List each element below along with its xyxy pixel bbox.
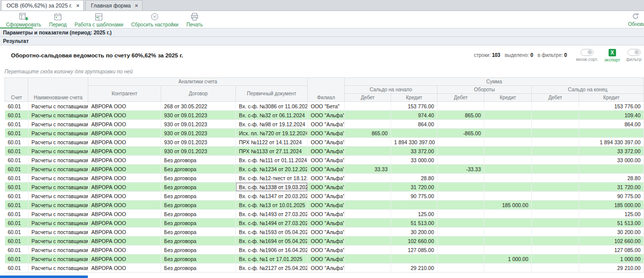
table-cell[interactable]: ПРХ №1122 от 14.11.2024 xyxy=(236,138,308,147)
table-cell[interactable]: 865.00 xyxy=(345,129,391,138)
table-cell[interactable]: Без договора xyxy=(161,210,236,219)
table-cell[interactable]: Вх. с-ф. №1694 от 05.04.2024 xyxy=(236,237,308,246)
table-cell[interactable]: 51 513.00 xyxy=(579,219,644,228)
table-cell[interactable] xyxy=(345,255,391,264)
table-cell[interactable] xyxy=(345,192,391,201)
table-cell[interactable]: Без договора xyxy=(161,174,236,183)
table-cell[interactable]: 60.01 xyxy=(5,228,28,237)
table-cell[interactable]: Вх. с-ф. №111 от 01.11.2024 xyxy=(236,156,308,165)
table-cell[interactable] xyxy=(484,111,532,120)
table-cell[interactable]: Расчеты с поставщикам... xyxy=(28,228,88,237)
table-row[interactable]: 60.01Расчеты с поставщикам...АВРОРА ОООБ… xyxy=(5,255,644,264)
table-cell[interactable] xyxy=(532,255,579,264)
table-cell[interactable]: 31 720.00 xyxy=(579,183,644,192)
table-cell[interactable] xyxy=(484,192,532,201)
table-cell[interactable]: 60.01 xyxy=(5,174,28,183)
table-cell[interactable]: Расчеты с поставщикам... xyxy=(28,201,88,210)
table-cell[interactable]: Расчеты с поставщикам... xyxy=(28,210,88,219)
table-cell[interactable]: Расчеты с поставщикам... xyxy=(28,129,88,138)
table-cell[interactable]: 865.00 xyxy=(437,111,484,120)
table-cell[interactable]: ООО "Альфа" xyxy=(308,201,345,210)
table-cell[interactable]: ООО "Альфа" xyxy=(308,120,345,129)
table-cell[interactable]: АВРОРА ООО xyxy=(88,156,161,165)
table-cell[interactable] xyxy=(484,174,532,183)
table-cell[interactable]: 29 210.00 xyxy=(391,264,437,273)
table-cell[interactable] xyxy=(532,156,579,165)
print-button[interactable]: Печать xyxy=(183,12,207,28)
table-cell[interactable]: Вх. с-ф. №13 от 10.01.2025 xyxy=(236,201,308,210)
column-header-document[interactable]: Первичный документ xyxy=(236,86,308,102)
table-cell[interactable]: 60.01 xyxy=(5,156,28,165)
table-cell[interactable]: АВРОРА ООО xyxy=(88,264,161,273)
table-cell[interactable] xyxy=(345,219,391,228)
table-cell[interactable]: 864.00 xyxy=(391,120,437,129)
table-cell[interactable]: 1 894 330 397.00 xyxy=(391,138,437,147)
table-cell[interactable]: 930 от 09.01.2023 xyxy=(161,138,236,147)
table-cell[interactable]: ООО "Альфа" xyxy=(308,237,345,246)
tab-close-icon[interactable]: × xyxy=(135,3,138,8)
table-row[interactable]: 60.01Расчеты с поставщикам...АВРОРА ООО2… xyxy=(5,102,644,111)
table-cell[interactable]: ПРХ №1133 от 27.11.2024 xyxy=(236,147,308,156)
column-group-saldo-end[interactable]: Сальдо на конец xyxy=(532,86,644,94)
table-cell[interactable]: 33 372.00 xyxy=(579,147,644,156)
table-cell[interactable]: ООО "Альфа" xyxy=(308,156,345,165)
table-cell[interactable]: Без договора xyxy=(161,264,236,273)
excel-export-icon[interactable]: X xyxy=(609,49,616,56)
table-cell[interactable] xyxy=(437,210,484,219)
table-row[interactable]: 60.01Расчеты с поставщикам...АВРОРА ОООБ… xyxy=(5,237,644,246)
table-cell[interactable]: 60.01 xyxy=(5,237,28,246)
table-cell[interactable]: ООО "Альфа" xyxy=(308,264,345,273)
table-cell[interactable] xyxy=(437,120,484,129)
table-cell[interactable] xyxy=(437,264,484,273)
table-cell[interactable]: АВРОРА ООО xyxy=(88,129,161,138)
table-cell[interactable] xyxy=(532,111,579,120)
table-cell[interactable]: 125.00 xyxy=(579,210,644,219)
table-cell[interactable]: ООО "Альфа" xyxy=(308,219,345,228)
column-header-name[interactable]: Наименование счета xyxy=(28,78,88,102)
table-cell[interactable] xyxy=(484,129,532,138)
multisort-toggle[interactable] xyxy=(581,49,594,56)
table-row[interactable]: 60.01Расчеты с поставщикам...АВРОРА ОООБ… xyxy=(5,228,644,237)
table-cell[interactable]: Исх. пл. №720 от 19.12.2024 xyxy=(236,129,308,138)
table-cell[interactable] xyxy=(484,237,532,246)
table-cell[interactable] xyxy=(437,219,484,228)
table-cell[interactable]: 60.01 xyxy=(5,138,28,147)
column-header-dogovor[interactable]: Договор xyxy=(161,86,236,102)
table-cell[interactable]: ООО "Альфа" xyxy=(308,228,345,237)
tab-osv-report[interactable]: ОСВ (60%,62%) за 2025 г. × xyxy=(1,0,84,10)
table-cell[interactable]: 31 720.00 xyxy=(391,183,437,192)
table-cell[interactable]: АВРОРА ООО xyxy=(88,147,161,156)
table-cell[interactable]: 60.01 xyxy=(5,246,28,255)
table-cell[interactable] xyxy=(345,111,391,120)
table-cell[interactable]: АВРОРА ООО xyxy=(88,102,161,111)
table-cell[interactable] xyxy=(391,255,437,264)
table-cell[interactable] xyxy=(532,219,579,228)
table-cell[interactable] xyxy=(437,192,484,201)
table-cell[interactable]: ООО "Альфа" xyxy=(308,111,345,120)
table-row[interactable]: 60.01Расчеты с поставщикам...АВРОРА ООО9… xyxy=(5,111,644,120)
table-cell[interactable] xyxy=(532,246,579,255)
table-cell[interactable] xyxy=(345,147,391,156)
table-cell[interactable]: 102 660.00 xyxy=(391,237,437,246)
refresh-button[interactable]: Обновить xyxy=(628,12,644,27)
table-cell[interactable]: Расчеты с поставщикам... xyxy=(28,183,88,192)
table-cell[interactable]: 33.33 xyxy=(345,165,391,174)
table-cell[interactable]: ООО "Альфа" xyxy=(308,138,345,147)
table-cell[interactable]: АВРОРА ООО xyxy=(88,237,161,246)
table-cell[interactable]: Расчеты с поставщикам... xyxy=(28,138,88,147)
table-cell[interactable]: Без договора xyxy=(161,156,236,165)
table-cell[interactable] xyxy=(345,174,391,183)
table-cell[interactable]: Расчеты с поставщикам... xyxy=(28,255,88,264)
templates-button[interactable]: Работа с шаблонами xyxy=(71,12,127,28)
table-cell[interactable]: 102 660.00 xyxy=(579,237,644,246)
table-cell[interactable]: АВРОРА ООО xyxy=(88,120,161,129)
table-cell[interactable]: Без договора xyxy=(161,255,236,264)
table-cell[interactable] xyxy=(345,201,391,210)
table-cell[interactable]: Вх. с-ф. №1593 от 05.04.2024 xyxy=(236,228,308,237)
table-cell[interactable]: 185 000.00 xyxy=(484,201,532,210)
table-cell[interactable]: 60.01 xyxy=(5,111,28,120)
table-row[interactable]: 60.01Расчеты с поставщикам...АВРОРА ОООБ… xyxy=(5,210,644,219)
table-cell[interactable]: АВРОРА ООО xyxy=(88,210,161,219)
table-cell[interactable]: Вх. с-ф. №12-ткест от 18.12.2024 xyxy=(236,174,308,183)
table-cell[interactable]: Расчеты с поставщикам... xyxy=(28,111,88,120)
